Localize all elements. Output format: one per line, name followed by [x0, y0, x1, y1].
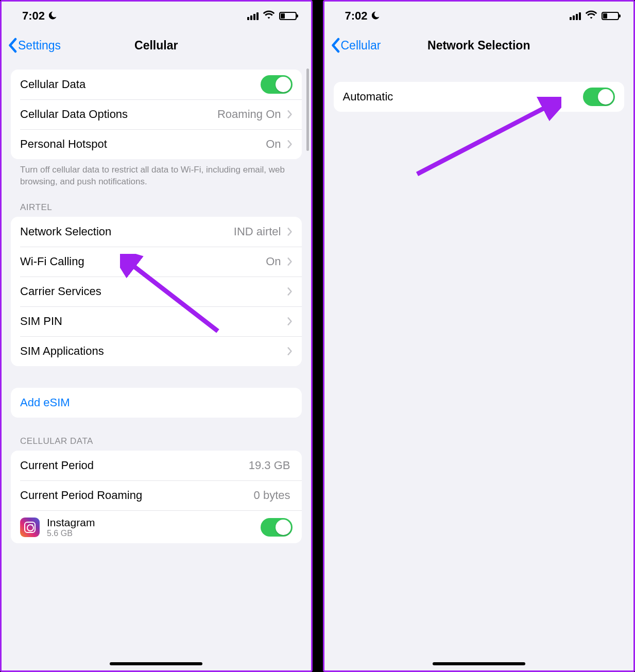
cellular-data-row[interactable]: Cellular Data	[11, 70, 302, 99]
cellular-data-section-header: CELLULAR DATA	[11, 418, 302, 451]
instagram-usage-row[interactable]: Instagram 5.6 GB	[11, 510, 302, 543]
cellular-usage-group: Current Period 19.3 GB Current Period Ro…	[11, 451, 302, 543]
current-period-row[interactable]: Current Period 19.3 GB	[11, 451, 302, 480]
carrier-services-label: Carrier Services	[20, 285, 283, 298]
add-esim-row[interactable]: Add eSIM	[11, 388, 302, 418]
chevron-right-icon	[287, 140, 293, 149]
nav-bar: Settings Cellular	[2, 30, 311, 60]
network-selection-screen: 7:02 Cellular Network Selection Automati…	[323, 0, 636, 672]
status-bar: 7:02	[324, 2, 634, 30]
back-button[interactable]: Settings	[8, 38, 61, 53]
cellular-signal-icon	[570, 12, 581, 20]
home-indicator[interactable]	[110, 662, 202, 665]
cellular-data-options-label: Cellular Data Options	[20, 108, 217, 121]
sim-applications-label: SIM Applications	[20, 344, 283, 358]
carrier-services-row[interactable]: Carrier Services	[11, 277, 302, 306]
automatic-label: Automatic	[343, 90, 583, 104]
cellular-data-label: Cellular Data	[20, 78, 261, 91]
network-selection-row[interactable]: Network Selection IND airtel	[11, 217, 302, 247]
network-selection-label: Network Selection	[20, 225, 234, 238]
chevron-right-icon	[287, 287, 293, 296]
do-not-disturb-icon	[371, 11, 380, 22]
chevron-left-icon	[8, 38, 17, 53]
sim-pin-label: SIM PIN	[20, 315, 283, 328]
cellular-data-options-value: Roaming On	[217, 108, 281, 121]
current-period-label: Current Period	[20, 459, 249, 472]
chevron-right-icon	[287, 317, 293, 326]
svg-line-1	[417, 105, 551, 174]
personal-hotspot-row[interactable]: Personal Hotspot On	[11, 129, 302, 159]
chevron-right-icon	[287, 347, 293, 356]
back-button[interactable]: Cellular	[331, 38, 381, 53]
nav-bar: Cellular Network Selection	[324, 30, 634, 60]
automatic-group: Automatic	[334, 82, 625, 112]
personal-hotspot-value: On	[266, 137, 281, 151]
chevron-right-icon	[287, 227, 293, 236]
automatic-row[interactable]: Automatic	[334, 82, 625, 112]
wifi-icon	[585, 8, 597, 24]
home-indicator[interactable]	[433, 662, 525, 665]
cellular-main-group: Cellular Data Cellular Data Options Roam…	[11, 70, 302, 159]
sim-pin-row[interactable]: SIM PIN	[11, 306, 302, 336]
battery-icon	[602, 12, 619, 20]
personal-hotspot-label: Personal Hotspot	[20, 137, 266, 151]
do-not-disturb-icon	[48, 11, 57, 22]
instagram-size: 5.6 GB	[47, 529, 261, 538]
network-selection-value: IND airtel	[234, 225, 281, 238]
cellular-footer-text: Turn off cellular data to restrict all d…	[11, 159, 302, 188]
cellular-data-toggle[interactable]	[261, 75, 293, 94]
back-label: Cellular	[341, 39, 381, 53]
cellular-settings-screen: 7:02 Settings Cellular Cellular Data	[0, 0, 313, 672]
sim-applications-row[interactable]: SIM Applications	[11, 336, 302, 366]
instagram-toggle[interactable]	[261, 518, 293, 537]
automatic-toggle[interactable]	[583, 88, 615, 106]
chevron-left-icon	[331, 38, 340, 53]
current-period-roaming-label: Current Period Roaming	[20, 489, 254, 502]
cellular-signal-icon	[247, 12, 259, 20]
battery-icon	[279, 12, 297, 20]
instagram-label: Instagram	[47, 516, 261, 529]
status-time: 7:02	[345, 9, 368, 23]
airtel-section-header: AIRTEL	[11, 188, 302, 217]
current-period-roaming-value: 0 bytes	[254, 489, 290, 502]
status-bar: 7:02	[2, 2, 311, 30]
wifi-calling-row[interactable]: Wi-Fi Calling On	[11, 247, 302, 277]
instagram-icon	[20, 518, 40, 537]
wifi-calling-value: On	[266, 255, 281, 268]
back-label: Settings	[18, 39, 61, 53]
chevron-right-icon	[287, 257, 293, 266]
wifi-calling-label: Wi-Fi Calling	[20, 255, 266, 268]
add-esim-label: Add eSIM	[20, 396, 293, 409]
current-period-value: 19.3 GB	[249, 459, 290, 472]
esim-group: Add eSIM	[11, 388, 302, 418]
cellular-data-options-row[interactable]: Cellular Data Options Roaming On	[11, 99, 302, 129]
status-time: 7:02	[22, 9, 45, 23]
chevron-right-icon	[287, 110, 293, 119]
airtel-group: Network Selection IND airtel Wi-Fi Calli…	[11, 217, 302, 366]
scrollbar[interactable]	[306, 68, 309, 151]
wifi-icon	[263, 8, 275, 24]
current-period-roaming-row[interactable]: Current Period Roaming 0 bytes	[11, 480, 302, 510]
